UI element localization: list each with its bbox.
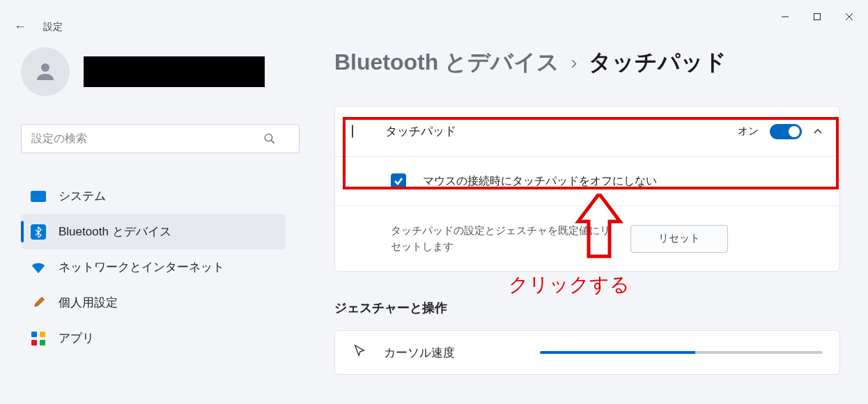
app-title: 設定 (43, 21, 63, 33)
row-label: タッチパッド (385, 123, 721, 139)
chevron-right-icon: › (571, 52, 577, 74)
nav-apps[interactable]: アプリ (21, 320, 286, 356)
apps-icon (31, 331, 46, 346)
system-icon (31, 189, 46, 204)
toggle-state-text: オン (738, 125, 759, 138)
touchpad-toggle-row[interactable]: タッチパッド オン (335, 107, 839, 157)
reset-button[interactable]: リセット (630, 225, 728, 253)
nav-label: システム (59, 188, 106, 204)
back-button[interactable]: ← (14, 20, 26, 34)
nav-label: 個人用設定 (59, 295, 118, 311)
content-area: Bluetooth とデバイス › タッチパッド タッチパッド オン (307, 47, 868, 375)
touchpad-icon (352, 125, 369, 138)
wifi-icon (31, 260, 46, 275)
cursor-speed-label: カーソル速度 (384, 345, 523, 361)
touchpad-card: タッチパッド オン マウスの接続時にタッチパッドをオフにしない タッチパッドの設… (334, 106, 840, 272)
gestures-title: ジェスチャーと操作 (334, 300, 840, 316)
mouse-option-label: マウスの接続時にタッチパッドをオフにしない (423, 174, 657, 189)
brush-icon (31, 295, 46, 311)
reset-description: タッチパッドの設定とジェスチャを既定値にリセットします (391, 223, 614, 254)
mouse-option-checkbox[interactable] (391, 173, 406, 189)
touchpad-toggle[interactable] (770, 124, 802, 139)
cursor-speed-slider[interactable] (540, 351, 823, 354)
nav-label: ネットワークとインターネット (59, 259, 224, 275)
search-input[interactable] (21, 124, 300, 153)
cursor-icon (352, 343, 367, 362)
nav-personalization[interactable]: 個人用設定 (21, 285, 286, 320)
bluetooth-icon (31, 224, 46, 240)
nav-network[interactable]: ネットワークとインターネット (21, 249, 286, 285)
maximize-button[interactable] (801, 6, 833, 28)
svg-point-4 (41, 63, 49, 72)
titlebar: ← 設定 (0, 0, 868, 33)
username-redacted (84, 56, 265, 87)
profile-section[interactable] (21, 47, 286, 96)
chevron-up-icon[interactable] (813, 127, 823, 137)
reset-row: タッチパッドの設定とジェスチャを既定値にリセットします リセット (335, 206, 839, 271)
nav-label: Bluetooth とデバイス (59, 224, 171, 240)
mouse-option-row[interactable]: マウスの接続時にタッチパッドをオフにしない (335, 157, 839, 206)
svg-point-5 (265, 134, 272, 141)
breadcrumb: Bluetooth とデバイス › タッチパッド (334, 47, 840, 78)
avatar-icon (21, 47, 70, 96)
nav-bluetooth[interactable]: Bluetooth とデバイス (21, 214, 286, 249)
cursor-speed-card[interactable]: カーソル速度 (334, 330, 840, 375)
svg-rect-1 (814, 14, 821, 20)
breadcrumb-parent[interactable]: Bluetooth とデバイス (334, 47, 559, 78)
svg-line-6 (271, 140, 274, 143)
sidebar: システム Bluetooth とデバイス ネットワークとインターネット 個人用設… (0, 47, 307, 375)
minimize-button[interactable] (769, 6, 801, 28)
nav-list: システム Bluetooth とデバイス ネットワークとインターネット 個人用設… (21, 178, 286, 356)
close-button[interactable] (833, 6, 865, 28)
nav-system[interactable]: システム (21, 178, 286, 214)
search-icon (263, 132, 276, 145)
nav-label: アプリ (59, 330, 94, 346)
breadcrumb-current: タッチパッド (589, 47, 727, 78)
